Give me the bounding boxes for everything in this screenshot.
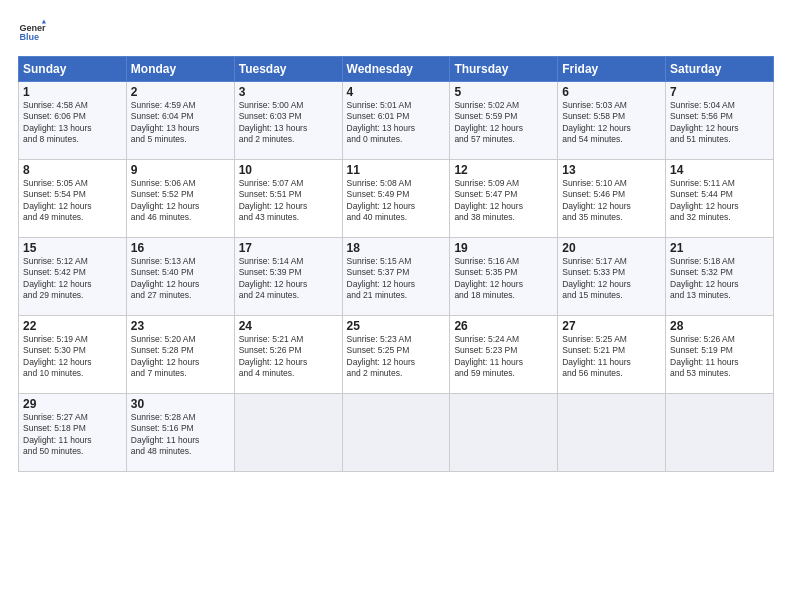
day-number: 13 bbox=[562, 163, 661, 177]
calendar-cell: 30Sunrise: 5:28 AM Sunset: 5:16 PM Dayli… bbox=[126, 394, 234, 472]
calendar-cell: 10Sunrise: 5:07 AM Sunset: 5:51 PM Dayli… bbox=[234, 160, 342, 238]
calendar-cell bbox=[558, 394, 666, 472]
calendar-cell: 3Sunrise: 5:00 AM Sunset: 6:03 PM Daylig… bbox=[234, 82, 342, 160]
day-number: 30 bbox=[131, 397, 230, 411]
day-info: Sunrise: 5:08 AM Sunset: 5:49 PM Dayligh… bbox=[347, 178, 446, 224]
day-info: Sunrise: 5:03 AM Sunset: 5:58 PM Dayligh… bbox=[562, 100, 661, 146]
day-info: Sunrise: 5:10 AM Sunset: 5:46 PM Dayligh… bbox=[562, 178, 661, 224]
calendar-cell: 19Sunrise: 5:16 AM Sunset: 5:35 PM Dayli… bbox=[450, 238, 558, 316]
day-number: 29 bbox=[23, 397, 122, 411]
calendar-cell: 27Sunrise: 5:25 AM Sunset: 5:21 PM Dayli… bbox=[558, 316, 666, 394]
calendar-cell: 16Sunrise: 5:13 AM Sunset: 5:40 PM Dayli… bbox=[126, 238, 234, 316]
day-number: 27 bbox=[562, 319, 661, 333]
day-info: Sunrise: 5:01 AM Sunset: 6:01 PM Dayligh… bbox=[347, 100, 446, 146]
day-number: 5 bbox=[454, 85, 553, 99]
svg-marker-2 bbox=[42, 19, 46, 23]
day-number: 4 bbox=[347, 85, 446, 99]
day-info: Sunrise: 5:21 AM Sunset: 5:26 PM Dayligh… bbox=[239, 334, 338, 380]
weekday-friday: Friday bbox=[558, 57, 666, 82]
day-number: 21 bbox=[670, 241, 769, 255]
day-number: 25 bbox=[347, 319, 446, 333]
day-info: Sunrise: 5:23 AM Sunset: 5:25 PM Dayligh… bbox=[347, 334, 446, 380]
day-info: Sunrise: 5:17 AM Sunset: 5:33 PM Dayligh… bbox=[562, 256, 661, 302]
weekday-monday: Monday bbox=[126, 57, 234, 82]
calendar-body: 1Sunrise: 4:58 AM Sunset: 6:06 PM Daylig… bbox=[19, 82, 774, 472]
day-info: Sunrise: 5:19 AM Sunset: 5:30 PM Dayligh… bbox=[23, 334, 122, 380]
weekday-wednesday: Wednesday bbox=[342, 57, 450, 82]
weekday-header-row: SundayMondayTuesdayWednesdayThursdayFrid… bbox=[19, 57, 774, 82]
day-info: Sunrise: 4:58 AM Sunset: 6:06 PM Dayligh… bbox=[23, 100, 122, 146]
svg-text:Blue: Blue bbox=[19, 32, 39, 42]
day-info: Sunrise: 5:18 AM Sunset: 5:32 PM Dayligh… bbox=[670, 256, 769, 302]
calendar-cell: 1Sunrise: 4:58 AM Sunset: 6:06 PM Daylig… bbox=[19, 82, 127, 160]
week-row-3: 15Sunrise: 5:12 AM Sunset: 5:42 PM Dayli… bbox=[19, 238, 774, 316]
day-number: 15 bbox=[23, 241, 122, 255]
day-number: 18 bbox=[347, 241, 446, 255]
svg-text:General: General bbox=[19, 23, 46, 33]
calendar-cell bbox=[666, 394, 774, 472]
weekday-tuesday: Tuesday bbox=[234, 57, 342, 82]
day-info: Sunrise: 5:13 AM Sunset: 5:40 PM Dayligh… bbox=[131, 256, 230, 302]
day-number: 19 bbox=[454, 241, 553, 255]
calendar-cell: 26Sunrise: 5:24 AM Sunset: 5:23 PM Dayli… bbox=[450, 316, 558, 394]
day-number: 17 bbox=[239, 241, 338, 255]
day-number: 6 bbox=[562, 85, 661, 99]
calendar-cell bbox=[450, 394, 558, 472]
calendar-cell: 22Sunrise: 5:19 AM Sunset: 5:30 PM Dayli… bbox=[19, 316, 127, 394]
calendar-cell: 23Sunrise: 5:20 AM Sunset: 5:28 PM Dayli… bbox=[126, 316, 234, 394]
calendar-cell: 4Sunrise: 5:01 AM Sunset: 6:01 PM Daylig… bbox=[342, 82, 450, 160]
day-info: Sunrise: 4:59 AM Sunset: 6:04 PM Dayligh… bbox=[131, 100, 230, 146]
weekday-thursday: Thursday bbox=[450, 57, 558, 82]
day-number: 2 bbox=[131, 85, 230, 99]
weekday-sunday: Sunday bbox=[19, 57, 127, 82]
day-info: Sunrise: 5:27 AM Sunset: 5:18 PM Dayligh… bbox=[23, 412, 122, 458]
day-number: 16 bbox=[131, 241, 230, 255]
day-info: Sunrise: 5:09 AM Sunset: 5:47 PM Dayligh… bbox=[454, 178, 553, 224]
day-number: 7 bbox=[670, 85, 769, 99]
calendar-table: SundayMondayTuesdayWednesdayThursdayFrid… bbox=[18, 56, 774, 472]
day-info: Sunrise: 5:26 AM Sunset: 5:19 PM Dayligh… bbox=[670, 334, 769, 380]
day-number: 22 bbox=[23, 319, 122, 333]
calendar-cell bbox=[234, 394, 342, 472]
day-info: Sunrise: 5:05 AM Sunset: 5:54 PM Dayligh… bbox=[23, 178, 122, 224]
calendar-cell: 29Sunrise: 5:27 AM Sunset: 5:18 PM Dayli… bbox=[19, 394, 127, 472]
calendar-cell: 5Sunrise: 5:02 AM Sunset: 5:59 PM Daylig… bbox=[450, 82, 558, 160]
calendar-cell: 28Sunrise: 5:26 AM Sunset: 5:19 PM Dayli… bbox=[666, 316, 774, 394]
day-info: Sunrise: 5:16 AM Sunset: 5:35 PM Dayligh… bbox=[454, 256, 553, 302]
day-info: Sunrise: 5:14 AM Sunset: 5:39 PM Dayligh… bbox=[239, 256, 338, 302]
day-info: Sunrise: 5:12 AM Sunset: 5:42 PM Dayligh… bbox=[23, 256, 122, 302]
week-row-1: 1Sunrise: 4:58 AM Sunset: 6:06 PM Daylig… bbox=[19, 82, 774, 160]
day-number: 20 bbox=[562, 241, 661, 255]
day-number: 12 bbox=[454, 163, 553, 177]
week-row-2: 8Sunrise: 5:05 AM Sunset: 5:54 PM Daylig… bbox=[19, 160, 774, 238]
calendar-header: SundayMondayTuesdayWednesdayThursdayFrid… bbox=[19, 57, 774, 82]
calendar-cell: 9Sunrise: 5:06 AM Sunset: 5:52 PM Daylig… bbox=[126, 160, 234, 238]
logo-icon: General Blue bbox=[18, 18, 46, 46]
calendar-cell: 7Sunrise: 5:04 AM Sunset: 5:56 PM Daylig… bbox=[666, 82, 774, 160]
calendar-cell: 24Sunrise: 5:21 AM Sunset: 5:26 PM Dayli… bbox=[234, 316, 342, 394]
calendar-cell: 25Sunrise: 5:23 AM Sunset: 5:25 PM Dayli… bbox=[342, 316, 450, 394]
calendar-cell bbox=[342, 394, 450, 472]
calendar-cell: 14Sunrise: 5:11 AM Sunset: 5:44 PM Dayli… bbox=[666, 160, 774, 238]
day-number: 9 bbox=[131, 163, 230, 177]
calendar-cell: 18Sunrise: 5:15 AM Sunset: 5:37 PM Dayli… bbox=[342, 238, 450, 316]
day-number: 1 bbox=[23, 85, 122, 99]
day-info: Sunrise: 5:02 AM Sunset: 5:59 PM Dayligh… bbox=[454, 100, 553, 146]
day-number: 24 bbox=[239, 319, 338, 333]
calendar-page: General Blue SundayMondayTuesdayWednesda… bbox=[0, 0, 792, 612]
day-info: Sunrise: 5:25 AM Sunset: 5:21 PM Dayligh… bbox=[562, 334, 661, 380]
day-info: Sunrise: 5:00 AM Sunset: 6:03 PM Dayligh… bbox=[239, 100, 338, 146]
calendar-cell: 11Sunrise: 5:08 AM Sunset: 5:49 PM Dayli… bbox=[342, 160, 450, 238]
day-info: Sunrise: 5:15 AM Sunset: 5:37 PM Dayligh… bbox=[347, 256, 446, 302]
day-number: 10 bbox=[239, 163, 338, 177]
day-info: Sunrise: 5:24 AM Sunset: 5:23 PM Dayligh… bbox=[454, 334, 553, 380]
calendar-cell: 12Sunrise: 5:09 AM Sunset: 5:47 PM Dayli… bbox=[450, 160, 558, 238]
weekday-saturday: Saturday bbox=[666, 57, 774, 82]
calendar-cell: 20Sunrise: 5:17 AM Sunset: 5:33 PM Dayli… bbox=[558, 238, 666, 316]
day-number: 28 bbox=[670, 319, 769, 333]
day-number: 14 bbox=[670, 163, 769, 177]
week-row-4: 22Sunrise: 5:19 AM Sunset: 5:30 PM Dayli… bbox=[19, 316, 774, 394]
day-number: 11 bbox=[347, 163, 446, 177]
day-info: Sunrise: 5:06 AM Sunset: 5:52 PM Dayligh… bbox=[131, 178, 230, 224]
day-number: 23 bbox=[131, 319, 230, 333]
